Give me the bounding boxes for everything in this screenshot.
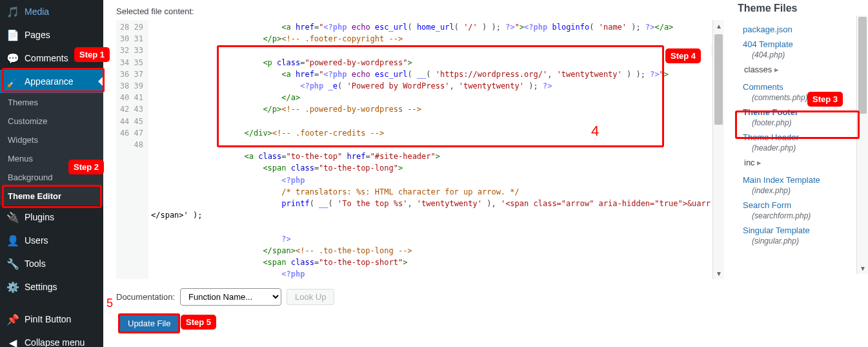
file-item[interactable]: Search Form(searchform.php) xyxy=(742,196,868,222)
lookup-button[interactable]: Look Up xyxy=(287,289,334,305)
tools-icon: 🔧 xyxy=(6,257,19,270)
file-item[interactable]: Singular Template(singular.php) xyxy=(742,222,868,247)
file-folder[interactable]: classes xyxy=(742,61,868,78)
function-name-select[interactable]: Function Name... xyxy=(180,288,281,306)
sidebar-item-settings[interactable]: ⚙️Settings xyxy=(0,275,103,299)
sidebar-item-pages[interactable]: 📄Pages xyxy=(0,23,103,47)
sidebar-item-users[interactable]: 👤Users xyxy=(0,229,103,252)
files-scrollbar[interactable]: ▲ ▼ xyxy=(856,16,868,274)
annotation-num-5: 5 xyxy=(106,297,113,310)
scroll-thumb[interactable] xyxy=(858,17,867,114)
update-file-button[interactable]: Update File xyxy=(118,313,180,333)
scroll-thumb[interactable] xyxy=(714,34,723,125)
settings-icon: ⚙️ xyxy=(6,280,19,293)
comments-icon: 💬 xyxy=(6,52,19,65)
file-item[interactable]: Comments(comments.php) xyxy=(742,78,868,103)
sidebar-collapse[interactable]: ◀Collapse menu xyxy=(0,331,103,347)
sidebar-item-tools[interactable]: 🔧Tools xyxy=(0,252,103,275)
scroll-down-icon[interactable]: ▼ xyxy=(713,268,725,279)
sidebar-label: Settings xyxy=(25,282,57,292)
plugins-icon: 🔌 xyxy=(6,211,19,224)
file-item[interactable]: Main Index Template(index.php) xyxy=(742,171,868,196)
scroll-up-icon[interactable]: ▲ xyxy=(713,20,725,32)
sidebar-sub-widgets[interactable]: Widgets xyxy=(0,131,103,149)
file-item[interactable]: 404 Template(404.php) xyxy=(742,36,868,61)
theme-files-panel: Theme Files package.json404 Template(404… xyxy=(732,0,868,347)
pin-icon: 📌 xyxy=(6,313,19,326)
sidebar-sub-themes[interactable]: Themes xyxy=(0,93,103,112)
documentation-row: Documentation: Function Name... Look Up xyxy=(116,288,720,306)
sidebar-item-media[interactable]: 🎵Media xyxy=(0,0,103,23)
users-icon: 👤 xyxy=(6,234,19,247)
editor-scrollbar[interactable]: ▲ ▼ xyxy=(712,20,724,279)
annotation-step5-badge: Step 5 xyxy=(181,315,216,330)
annotation-step2-badge: Step 2 xyxy=(68,160,104,174)
annotation-big-4: 4 xyxy=(591,123,599,140)
selected-file-label: Selected file content: xyxy=(116,6,720,16)
sidebar-label: Comments xyxy=(25,53,68,63)
file-folder[interactable]: inc xyxy=(742,154,868,171)
sidebar-label: Media xyxy=(25,6,49,17)
scroll-down-icon[interactable]: ▼ xyxy=(857,262,868,274)
pages-icon: 📄 xyxy=(6,28,19,41)
theme-files-title: Theme Files xyxy=(732,0,868,21)
annotation-step3-box xyxy=(735,110,860,139)
sidebar-sub-customize[interactable]: Customize xyxy=(0,112,103,131)
collapse-icon: ◀ xyxy=(6,336,19,347)
media-icon: 🎵 xyxy=(6,5,19,18)
documentation-label: Documentation: xyxy=(116,292,175,302)
file-item[interactable]: package.json xyxy=(742,21,868,36)
annotation-step2-box xyxy=(2,185,102,208)
annotation-step4-badge: Step 4 xyxy=(665,48,701,63)
sidebar-item-pinit[interactable]: 📌PinIt Button xyxy=(0,308,103,331)
annotation-step1-box xyxy=(2,68,105,92)
annotation-step3-badge: Step 3 xyxy=(807,92,843,107)
sidebar-label: PinIt Button xyxy=(25,314,71,324)
sidebar-label: Users xyxy=(25,235,48,246)
editor-gutter: 28 29 30 31 32 33 34 35 36 37 38 39 40 4… xyxy=(116,20,148,279)
sidebar-label: Plugins xyxy=(25,212,54,222)
sidebar-item-plugins[interactable]: 🔌Plugins xyxy=(0,205,103,229)
sidebar-label: Collapse menu xyxy=(25,337,85,347)
sidebar-label: Tools xyxy=(25,258,46,269)
sidebar-label: Pages xyxy=(25,30,50,40)
